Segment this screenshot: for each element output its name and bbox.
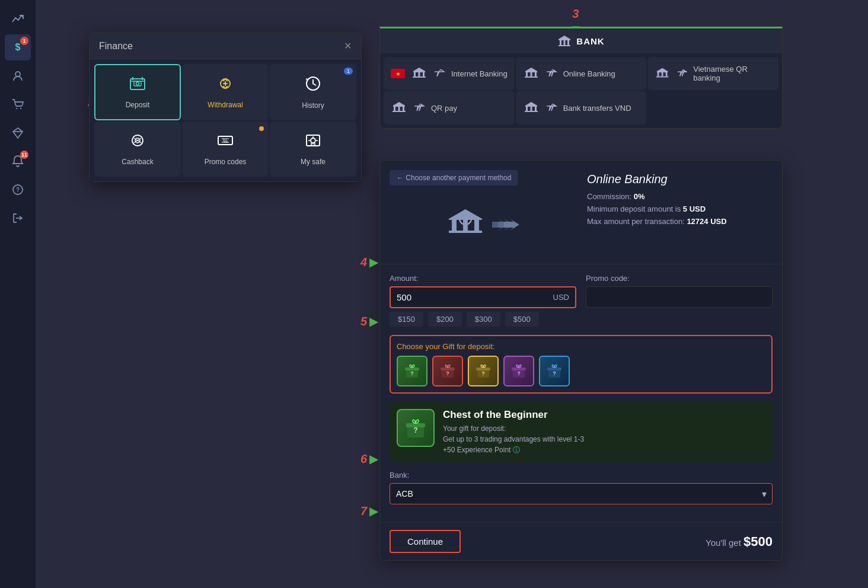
- finance-icon: $: [15, 42, 21, 53]
- svg-rect-65: [463, 220, 468, 231]
- bank-panel-title: BANK: [576, 36, 604, 46]
- svg-rect-51: [392, 111, 406, 112]
- mysafe-label: My safe: [301, 158, 326, 166]
- gift-gold[interactable]: ?: [468, 356, 499, 386]
- sidebar-item-finance[interactable]: $ 1: [5, 34, 31, 60]
- sidebar-item-chart[interactable]: [5, 6, 31, 32]
- svg-marker-54: [525, 102, 537, 107]
- bank-transfer-label: Bank transfers VND: [563, 104, 631, 113]
- cashback-label: Cashback: [122, 158, 153, 166]
- svg-marker-63: [449, 209, 482, 220]
- svg-text:?: ?: [446, 370, 449, 376]
- finance-item-mysafe[interactable]: My safe: [270, 122, 356, 177]
- gifts-section: Choose your Gift for deposit: ? ? ? ? ?: [390, 335, 773, 394]
- commission-value: 0%: [634, 192, 645, 201]
- finance-item-promo[interactable]: % Promo codes: [182, 122, 269, 177]
- finance-grid: Deposit Withdrawal 1: [90, 59, 361, 181]
- promo-dot: [259, 126, 264, 131]
- ob-left: ← Choose another payment method $: [390, 170, 575, 254]
- finance-item-history[interactable]: 1 History: [270, 64, 356, 120]
- quick-200[interactable]: $200: [428, 312, 462, 327]
- svg-rect-7: [130, 79, 145, 90]
- svg-rect-35: [530, 72, 532, 76]
- svg-rect-41: [658, 72, 659, 76]
- continue-button[interactable]: Continue: [390, 530, 461, 553]
- svg-rect-26: [559, 45, 570, 46]
- finance-item-cashback[interactable]: Cashback: [94, 122, 181, 177]
- svg-point-0: [15, 72, 20, 76]
- svg-rect-64: [452, 220, 457, 231]
- deposit-icon: [128, 75, 147, 96]
- svg-rect-44: [656, 76, 669, 78]
- promo-input[interactable]: [586, 286, 773, 308]
- svg-rect-24: [564, 40, 566, 45]
- online-banking-label: Online Banking: [563, 69, 615, 78]
- back-button[interactable]: ← Choose another payment method: [390, 170, 518, 186]
- promo-icon: %: [216, 132, 235, 153]
- history-badge: 1: [344, 68, 353, 75]
- svg-rect-28: [414, 72, 416, 76]
- finance-modal-close-button[interactable]: ✕: [344, 40, 352, 52]
- bank-panel: BANK ★ Internet Banking Online Banking V…: [379, 27, 783, 129]
- ob-top: ← Choose another payment method $: [380, 161, 782, 264]
- sidebar-item-help[interactable]: ?: [5, 177, 31, 203]
- svg-text:?: ?: [517, 370, 521, 376]
- finance-item-deposit[interactable]: Deposit: [94, 64, 181, 120]
- svg-marker-40: [657, 68, 668, 72]
- selected-gift-box: ?: [397, 409, 435, 447]
- svg-rect-43: [666, 72, 668, 76]
- amount-input[interactable]: [391, 287, 553, 307]
- finance-modal: Finance ✕ Deposit: [89, 33, 362, 182]
- bank-method-internet[interactable]: ★ Internet Banking: [384, 57, 515, 90]
- bank-method-online[interactable]: Online Banking: [516, 57, 647, 90]
- svg-text:?: ?: [553, 370, 556, 376]
- step5-indicator: 5 ▶: [360, 314, 378, 328]
- svg-rect-56: [530, 107, 532, 111]
- amount-col: Amount: USD $150 $200 $300 $500: [390, 274, 576, 327]
- quick-150[interactable]: $150: [390, 312, 423, 327]
- selected-gift-desc-line3: +50 Experience Point ⓘ: [443, 445, 765, 455]
- bank-methods-grid: ★ Internet Banking Online Banking Vietna…: [380, 53, 782, 128]
- quick-500[interactable]: $500: [505, 312, 539, 327]
- sidebar-item-cart[interactable]: [5, 91, 31, 117]
- quick-300[interactable]: $300: [467, 312, 500, 327]
- svg-rect-25: [567, 40, 569, 45]
- selected-gift: ? Chest of the Beginner Your gift for de…: [390, 402, 773, 462]
- svg-point-9: [136, 82, 139, 85]
- gift-red[interactable]: ?: [432, 356, 463, 386]
- bank-select[interactable]: ACB Vietcombank Techcombank BIDV VPBank: [390, 483, 773, 504]
- svg-point-20: [311, 138, 315, 143]
- svg-rect-67: [449, 231, 482, 233]
- promo-label: Promo code:: [586, 274, 773, 283]
- sidebar-item-diamond[interactable]: [5, 120, 31, 146]
- bank-visual: $: [390, 195, 575, 254]
- bank-method-bank-transfer[interactable]: Bank transfers VND: [516, 91, 647, 124]
- svg-marker-47: [393, 102, 405, 107]
- max-amount-value: 12724 USD: [687, 217, 726, 226]
- svg-text:?: ?: [410, 370, 414, 376]
- svg-rect-48: [394, 107, 395, 111]
- min-deposit-info: Minimum deposit amount is 5 USD: [587, 204, 773, 213]
- vn-flag: ★: [391, 69, 405, 78]
- svg-rect-58: [525, 111, 538, 112]
- bank-method-vn-qr[interactable]: Vietnamese QR banking: [647, 57, 778, 90]
- sidebar-item-logout[interactable]: [5, 205, 31, 231]
- promo-label: Promo codes: [205, 158, 247, 166]
- step7-indicator: 7 ▶: [360, 504, 378, 518]
- amount-label: Amount:: [390, 274, 576, 283]
- info-icon[interactable]: ⓘ: [513, 446, 520, 454]
- svg-rect-34: [526, 72, 528, 76]
- gift-purple[interactable]: ?: [503, 356, 534, 386]
- gift-green[interactable]: ?: [397, 356, 427, 386]
- finance-badge: 1: [20, 37, 28, 45]
- youll-get-value: $500: [743, 534, 773, 549]
- bank-method-qr-pay[interactable]: QR pay: [384, 91, 515, 124]
- sidebar-item-notifications[interactable]: 11: [5, 148, 31, 174]
- mysafe-icon: [304, 132, 322, 153]
- svg-rect-66: [474, 220, 479, 231]
- svg-rect-29: [419, 72, 420, 76]
- gift-blue[interactable]: ?: [539, 356, 570, 386]
- finance-item-withdrawal[interactable]: Withdrawal: [182, 64, 269, 120]
- amount-currency: USD: [553, 293, 575, 302]
- sidebar-item-profile[interactable]: [5, 63, 31, 89]
